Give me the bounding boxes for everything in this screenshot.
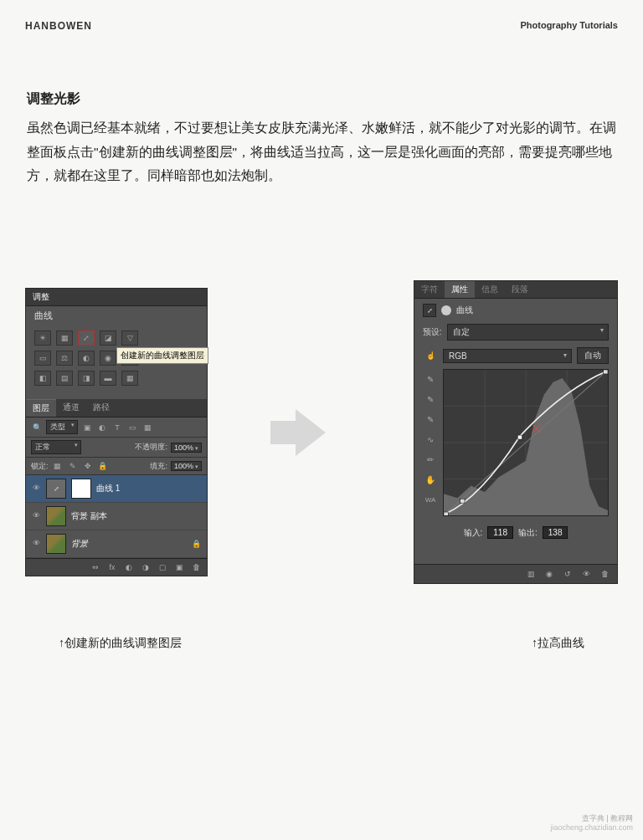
lock-brush-icon[interactable]: ✎ [67,460,79,472]
watermark-line2: jiaocheng.chazidian.com [550,823,633,833]
filter-text-icon[interactable]: T [111,422,123,433]
link-icon[interactable]: ⇔ [90,561,101,573]
levels-icon[interactable]: ▦ [56,330,73,346]
visibility-icon[interactable]: 👁 [31,484,41,494]
opacity-value[interactable]: 100% [171,443,202,453]
page-header: HANBOWEN Photography Tutorials [0,0,643,32]
mask-icon[interactable]: ◐ [123,561,135,573]
properties-footer: ▥ ◉ ↺ 👁 🗑 [414,564,617,583]
channels-tab[interactable]: 通道 [56,399,86,417]
adjustments-header: 调整 [26,289,207,306]
info-tab[interactable]: 信息 [475,281,505,298]
properties-tabs: 字符 属性 信息 段落 [414,281,617,299]
brand: HANBOWEN [25,20,92,32]
curves-properties-panel: 字符 属性 信息 段落 ⤢ 曲线 预设: 自定 ☝ RGB 自动 ✎ ✎ ✎ ∿… [414,280,618,584]
properties-tab[interactable]: 属性 [445,281,475,298]
layer-row-bg[interactable]: 👁 背景 🔒 [26,530,207,558]
hue-icon[interactable]: ▭ [34,351,51,366]
lock-icon: 🔒 [190,538,202,550]
clip-icon[interactable]: ▥ [525,568,537,580]
photo-thumb [46,506,66,526]
toggle-visibility-icon[interactable]: 👁 [580,568,592,580]
fx-icon[interactable]: fx [106,561,118,573]
preset-dropdown[interactable]: 自定 [447,324,609,341]
invert-icon[interactable]: ◧ [34,371,51,386]
lock-all-icon[interactable]: 🔒 [97,460,109,472]
lock-row: 锁定: ▦ ✎ ✥ 🔒 填充: 100% [26,458,207,475]
trash-icon[interactable]: 🗑 [190,561,202,573]
auto-button[interactable]: 自动 [577,347,609,364]
reset-icon[interactable]: ↺ [562,568,574,580]
selective-color-icon[interactable]: ▦ [121,371,138,386]
svg-rect-10 [604,370,608,374]
filter-shape-icon[interactable]: ▭ [126,422,138,433]
curves-mode-icon[interactable]: ⤢ [423,304,436,317]
layer-name: 曲线 1 [96,483,120,494]
eyedropper-black-icon[interactable]: ✎ [424,372,437,386]
curves-body: ✎ ✎ ✎ ∿ ✏ ✋ WA [414,369,617,521]
hand-icon[interactable]: ✋ [424,473,437,486]
adjustments-tab[interactable]: 调整 [33,291,49,303]
brightness-icon[interactable]: ☀ [34,330,51,346]
paragraph-tab[interactable]: 段落 [505,281,535,298]
fill-value[interactable]: 100% [171,461,202,471]
output-label: 输出: [518,527,538,539]
search-icon[interactable]: 🔍 [31,422,43,433]
filter-adjust-icon[interactable]: ◐ [96,422,108,433]
bw-icon[interactable]: ◐ [78,351,95,366]
layer-list: 👁 ⤢ 曲线 1 👁 背景 副本 👁 背景 🔒 [26,475,207,558]
mask-disc-icon[interactable] [441,305,451,315]
char-tab[interactable]: 字符 [414,281,445,298]
preset-label: 预设: [423,326,442,338]
gradient-map-icon[interactable]: ▬ [100,371,116,386]
layer-row-curves[interactable]: 👁 ⤢ 曲线 1 [26,475,207,503]
curves-graph[interactable] [443,369,609,516]
lock-move-icon[interactable]: ✥ [82,460,94,472]
filter-type-dropdown[interactable]: 类型 [46,420,78,434]
vibrance-icon[interactable]: ▽ [121,330,138,346]
curves-thumb-icon: ⤢ [46,479,66,499]
visibility-icon[interactable]: 👁 [31,539,41,549]
curves-title-row: ⤢ 曲线 [414,299,617,322]
input-value[interactable]: 118 [487,526,513,539]
paths-tab[interactable]: 路径 [86,399,116,417]
watermark: 查字典 | 教程网 jiaocheng.chazidian.com [550,814,633,833]
eyedropper-white-icon[interactable]: ✎ [424,412,437,426]
captions-row: ↑创建新的曲线调整图层 ↑拉高曲线 [0,636,643,651]
filter-smart-icon[interactable]: ▦ [141,422,153,433]
article-content: 调整光影 虽然色调已经基本就绪，不过要想让美女皮肤充满光泽、水嫩鲜活，就不能少了… [0,32,643,188]
svg-rect-8 [460,499,465,503]
eyedropper-gray-icon[interactable]: ✎ [424,392,437,406]
view-previous-icon[interactable]: ◉ [543,568,555,580]
wa-icon[interactable]: WA [424,493,437,506]
threshold-icon[interactable]: ◨ [78,371,95,386]
curves-icon[interactable]: ⤢ [78,330,95,346]
channel-dropdown[interactable]: RGB [443,349,572,363]
layer-row-copy[interactable]: 👁 背景 副本 [26,503,207,530]
mask-thumb[interactable] [71,479,91,499]
trash-icon[interactable]: 🗑 [599,568,610,580]
filter-pixel-icon[interactable]: ▣ [81,422,93,433]
group-icon[interactable]: ▢ [157,561,168,573]
edit-points-icon[interactable]: ∿ [424,433,437,446]
adjustment-layer-icon[interactable]: ◑ [140,561,152,573]
output-value[interactable]: 138 [543,526,568,539]
exposure-icon[interactable]: ◪ [100,330,116,346]
layers-tab[interactable]: 图层 [26,399,56,417]
pencil-icon[interactable]: ✏ [424,453,437,466]
adjustments-title: 曲线 [26,306,207,325]
adjustments-layers-panel: 调整 曲线 ☀ ▦ ⤢ ◪ ▽ 创建新的曲线调整图层 ▭ ⚖ ◐ ◉ ⊞ ◧ ▤ [25,288,208,576]
watermark-line1: 查字典 | 教程网 [550,814,633,824]
visibility-icon[interactable]: 👁 [31,511,41,521]
finger-icon[interactable]: ☝ [423,350,438,361]
balance-icon[interactable]: ⚖ [56,351,73,366]
posterize-icon[interactable]: ▤ [56,371,73,386]
arrow-icon [296,409,326,456]
caption-right: ↑拉高曲线 [532,636,584,651]
photo-filter-icon[interactable]: ◉ [100,351,116,366]
blend-mode-dropdown[interactable]: 正常 [31,440,81,454]
figures-row: 调整 曲线 ☀ ▦ ⤢ ◪ ▽ 创建新的曲线调整图层 ▭ ⚖ ◐ ◉ ⊞ ◧ ▤ [0,280,643,584]
lock-transparent-icon[interactable]: ▦ [52,460,64,472]
caption-left: ↑创建新的曲线调整图层 [59,636,182,651]
new-layer-icon[interactable]: ▣ [173,561,185,573]
